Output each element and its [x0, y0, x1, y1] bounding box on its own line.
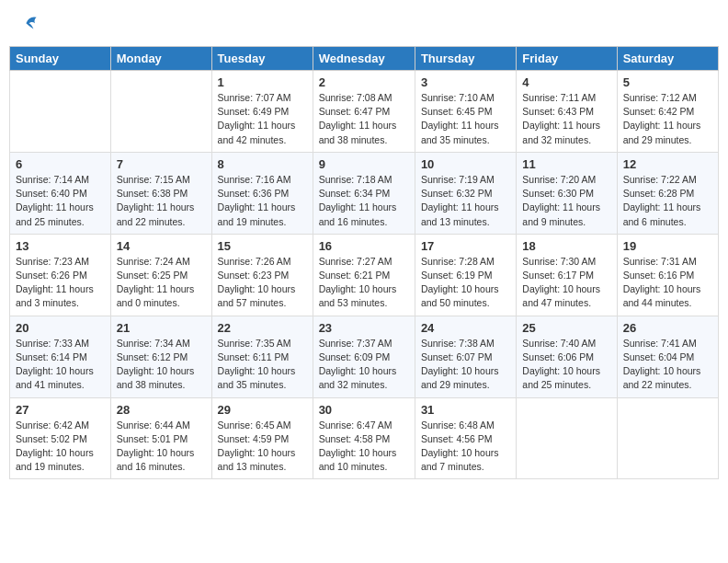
calendar-cell: 29Sunrise: 6:45 AM Sunset: 4:59 PM Dayli… — [211, 397, 313, 479]
day-number: 7 — [117, 157, 206, 171]
day-number: 22 — [218, 321, 307, 335]
day-info: Sunrise: 7:15 AM Sunset: 6:38 PM Dayligh… — [117, 173, 206, 229]
calendar-cell: 25Sunrise: 7:40 AM Sunset: 6:06 PM Dayli… — [517, 316, 617, 397]
day-info: Sunrise: 7:20 AM Sunset: 6:30 PM Dayligh… — [522, 173, 610, 229]
day-info: Sunrise: 7:30 AM Sunset: 6:17 PM Dayligh… — [522, 255, 610, 311]
calendar-cell: 19Sunrise: 7:31 AM Sunset: 6:16 PM Dayli… — [617, 234, 718, 316]
day-info: Sunrise: 7:33 AM Sunset: 6:14 PM Dayligh… — [16, 337, 105, 393]
day-info: Sunrise: 6:44 AM Sunset: 5:01 PM Dayligh… — [117, 419, 206, 475]
calendar-cell: 6Sunrise: 7:14 AM Sunset: 6:40 PM Daylig… — [10, 152, 111, 234]
weekday-header-tuesday: Tuesday — [211, 47, 313, 71]
day-info: Sunrise: 6:42 AM Sunset: 5:02 PM Dayligh… — [16, 419, 105, 475]
day-info: Sunrise: 7:35 AM Sunset: 6:11 PM Dayligh… — [218, 337, 307, 393]
day-number: 16 — [319, 239, 409, 253]
calendar-week-row: 20Sunrise: 7:33 AM Sunset: 6:14 PM Dayli… — [10, 316, 719, 397]
day-info: Sunrise: 7:27 AM Sunset: 6:21 PM Dayligh… — [319, 255, 409, 311]
day-number: 9 — [319, 157, 409, 171]
calendar-cell: 14Sunrise: 7:24 AM Sunset: 6:25 PM Dayli… — [110, 234, 211, 316]
day-number: 27 — [16, 403, 105, 417]
calendar-cell: 4Sunrise: 7:11 AM Sunset: 6:43 PM Daylig… — [517, 71, 617, 153]
day-number: 25 — [522, 321, 610, 335]
calendar-cell — [10, 71, 111, 153]
day-info: Sunrise: 7:10 AM Sunset: 6:45 PM Dayligh… — [421, 91, 510, 147]
calendar-cell: 23Sunrise: 7:37 AM Sunset: 6:09 PM Dayli… — [313, 316, 415, 397]
calendar-cell: 30Sunrise: 6:47 AM Sunset: 4:58 PM Dayli… — [313, 397, 415, 479]
calendar-cell: 3Sunrise: 7:10 AM Sunset: 6:45 PM Daylig… — [415, 71, 516, 153]
calendar-cell: 8Sunrise: 7:16 AM Sunset: 6:36 PM Daylig… — [211, 152, 313, 234]
day-info: Sunrise: 7:24 AM Sunset: 6:25 PM Dayligh… — [117, 255, 206, 311]
day-number: 30 — [319, 403, 409, 417]
day-info: Sunrise: 7:12 AM Sunset: 6:42 PM Dayligh… — [623, 91, 712, 147]
day-info: Sunrise: 7:31 AM Sunset: 6:16 PM Dayligh… — [623, 255, 712, 311]
calendar-table: SundayMondayTuesdayWednesdayThursdayFrid… — [9, 46, 719, 479]
calendar-cell: 17Sunrise: 7:28 AM Sunset: 6:19 PM Dayli… — [415, 234, 516, 316]
day-info: Sunrise: 7:28 AM Sunset: 6:19 PM Dayligh… — [421, 255, 510, 311]
day-info: Sunrise: 7:22 AM Sunset: 6:28 PM Dayligh… — [623, 173, 712, 229]
weekday-header-thursday: Thursday — [415, 47, 516, 71]
weekday-header-monday: Monday — [110, 47, 211, 71]
day-info: Sunrise: 7:19 AM Sunset: 6:32 PM Dayligh… — [421, 173, 510, 229]
day-number: 26 — [623, 321, 712, 335]
calendar-cell — [617, 397, 718, 479]
calendar-cell: 26Sunrise: 7:41 AM Sunset: 6:04 PM Dayli… — [617, 316, 718, 397]
calendar-cell: 15Sunrise: 7:26 AM Sunset: 6:23 PM Dayli… — [211, 234, 313, 316]
logo — [17, 13, 42, 35]
day-number: 5 — [623, 75, 712, 89]
calendar-cell: 18Sunrise: 7:30 AM Sunset: 6:17 PM Dayli… — [517, 234, 617, 316]
day-info: Sunrise: 7:26 AM Sunset: 6:23 PM Dayligh… — [218, 255, 307, 311]
calendar-week-row: 13Sunrise: 7:23 AM Sunset: 6:26 PM Dayli… — [10, 234, 719, 316]
calendar-cell: 5Sunrise: 7:12 AM Sunset: 6:42 PM Daylig… — [617, 71, 718, 153]
calendar-cell: 7Sunrise: 7:15 AM Sunset: 6:38 PM Daylig… — [110, 152, 211, 234]
day-number: 4 — [522, 75, 610, 89]
day-number: 6 — [16, 157, 105, 171]
day-info: Sunrise: 7:37 AM Sunset: 6:09 PM Dayligh… — [319, 337, 409, 393]
day-info: Sunrise: 7:40 AM Sunset: 6:06 PM Dayligh… — [522, 337, 610, 393]
day-number: 20 — [16, 321, 105, 335]
calendar-cell: 9Sunrise: 7:18 AM Sunset: 6:34 PM Daylig… — [313, 152, 415, 234]
calendar-cell: 16Sunrise: 7:27 AM Sunset: 6:21 PM Dayli… — [313, 234, 415, 316]
day-number: 8 — [218, 157, 307, 171]
day-number: 15 — [218, 239, 307, 253]
calendar-cell: 11Sunrise: 7:20 AM Sunset: 6:30 PM Dayli… — [517, 152, 617, 234]
day-info: Sunrise: 6:45 AM Sunset: 4:59 PM Dayligh… — [218, 419, 307, 475]
day-info: Sunrise: 7:07 AM Sunset: 6:49 PM Dayligh… — [218, 91, 307, 147]
day-number: 28 — [117, 403, 206, 417]
calendar-cell: 21Sunrise: 7:34 AM Sunset: 6:12 PM Dayli… — [110, 316, 211, 397]
day-number: 24 — [421, 321, 510, 335]
weekday-header-row: SundayMondayTuesdayWednesdayThursdayFrid… — [10, 47, 719, 71]
day-info: Sunrise: 7:11 AM Sunset: 6:43 PM Dayligh… — [522, 91, 610, 147]
calendar-cell: 27Sunrise: 6:42 AM Sunset: 5:02 PM Dayli… — [10, 397, 111, 479]
day-info: Sunrise: 6:48 AM Sunset: 4:56 PM Dayligh… — [421, 419, 510, 475]
day-number: 13 — [16, 239, 105, 253]
logo-bird-icon — [20, 13, 42, 35]
day-number: 17 — [421, 239, 510, 253]
day-number: 31 — [421, 403, 510, 417]
day-info: Sunrise: 6:47 AM Sunset: 4:58 PM Dayligh… — [319, 419, 409, 475]
weekday-header-saturday: Saturday — [617, 47, 718, 71]
calendar-cell: 12Sunrise: 7:22 AM Sunset: 6:28 PM Dayli… — [617, 152, 718, 234]
day-number: 2 — [319, 75, 409, 89]
calendar-week-row: 1Sunrise: 7:07 AM Sunset: 6:49 PM Daylig… — [10, 71, 719, 153]
day-number: 1 — [218, 75, 307, 89]
calendar-week-row: 6Sunrise: 7:14 AM Sunset: 6:40 PM Daylig… — [10, 152, 719, 234]
calendar-cell: 1Sunrise: 7:07 AM Sunset: 6:49 PM Daylig… — [211, 71, 313, 153]
weekday-header-sunday: Sunday — [10, 47, 111, 71]
calendar-cell: 2Sunrise: 7:08 AM Sunset: 6:47 PM Daylig… — [313, 71, 415, 153]
day-number: 29 — [218, 403, 307, 417]
day-number: 12 — [623, 157, 712, 171]
day-info: Sunrise: 7:34 AM Sunset: 6:12 PM Dayligh… — [117, 337, 206, 393]
day-number: 11 — [522, 157, 610, 171]
calendar-cell — [517, 397, 617, 479]
calendar-cell: 24Sunrise: 7:38 AM Sunset: 6:07 PM Dayli… — [415, 316, 516, 397]
calendar-cell: 31Sunrise: 6:48 AM Sunset: 4:56 PM Dayli… — [415, 397, 516, 479]
calendar-cell: 20Sunrise: 7:33 AM Sunset: 6:14 PM Dayli… — [10, 316, 111, 397]
day-info: Sunrise: 7:38 AM Sunset: 6:07 PM Dayligh… — [421, 337, 510, 393]
day-number: 14 — [117, 239, 206, 253]
day-number: 19 — [623, 239, 712, 253]
day-info: Sunrise: 7:41 AM Sunset: 6:04 PM Dayligh… — [623, 337, 712, 393]
calendar-week-row: 27Sunrise: 6:42 AM Sunset: 5:02 PM Dayli… — [10, 397, 719, 479]
weekday-header-wednesday: Wednesday — [313, 47, 415, 71]
day-number: 10 — [421, 157, 510, 171]
day-info: Sunrise: 7:16 AM Sunset: 6:36 PM Dayligh… — [218, 173, 307, 229]
calendar-cell: 22Sunrise: 7:35 AM Sunset: 6:11 PM Dayli… — [211, 316, 313, 397]
